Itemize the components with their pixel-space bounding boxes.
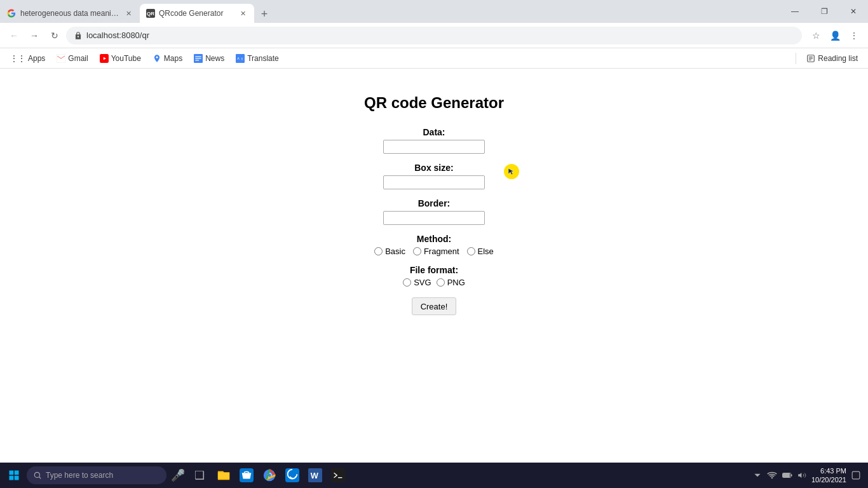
taskbar-word-button[interactable]: W bbox=[305, 465, 325, 485]
gmail-icon bbox=[57, 54, 65, 63]
start-button[interactable] bbox=[3, 464, 25, 487]
svg-rect-34 bbox=[852, 471, 860, 479]
reading-list-button[interactable]: Reading list bbox=[801, 52, 863, 65]
taskbar-voice-button[interactable]: 🎤 bbox=[168, 465, 188, 485]
lock-icon bbox=[74, 31, 83, 40]
svg-rect-33 bbox=[790, 475, 792, 477]
maps-icon bbox=[153, 54, 161, 63]
bookmark-youtube[interactable]: YouTube bbox=[95, 52, 146, 65]
translate-icon: A文 bbox=[236, 54, 245, 63]
format-svg-radio[interactable] bbox=[403, 278, 411, 287]
file-format-label: File format: bbox=[410, 265, 458, 275]
apps-icon: ⋮⋮ bbox=[10, 54, 25, 63]
method-basic-label: Basic bbox=[385, 247, 405, 256]
format-png-option[interactable]: PNG bbox=[437, 278, 465, 287]
extensions-button[interactable]: ⋮ bbox=[845, 27, 863, 44]
tab1-close-button[interactable]: ✕ bbox=[123, 8, 133, 18]
news-icon bbox=[194, 54, 203, 63]
border-input[interactable] bbox=[383, 211, 485, 225]
method-else-label: Else bbox=[478, 247, 494, 256]
method-basic-option[interactable]: Basic bbox=[374, 247, 405, 256]
format-png-label: PNG bbox=[447, 278, 465, 287]
clock-time: 6:43 PM bbox=[820, 466, 846, 475]
file-format-section: File format: SVG PNG bbox=[374, 265, 494, 297]
taskbar-taskview-button[interactable]: ❑ bbox=[189, 465, 210, 485]
create-button[interactable]: Create! bbox=[412, 297, 456, 315]
network-icon bbox=[767, 471, 777, 480]
new-tab-button[interactable]: + bbox=[255, 5, 273, 23]
taskbar-store-button[interactable] bbox=[236, 465, 257, 485]
reading-list-divider bbox=[796, 53, 796, 64]
data-input[interactable] bbox=[383, 140, 485, 154]
svg-rect-15 bbox=[10, 471, 14, 475]
qr-form: Data: Box size: Border: Method: Basic bbox=[374, 127, 494, 315]
maximize-button[interactable]: ❐ bbox=[810, 0, 839, 23]
taskbar-terminal-button[interactable] bbox=[328, 465, 348, 485]
tab2-close-button[interactable]: ✕ bbox=[238, 8, 248, 18]
taskbar-edge-button[interactable] bbox=[282, 465, 302, 485]
taskbar-explorer-button[interactable] bbox=[214, 465, 234, 485]
profile-button[interactable]: 👤 bbox=[826, 27, 844, 44]
minimize-button[interactable]: — bbox=[780, 0, 810, 23]
taskbar-pinned-apps: W bbox=[214, 465, 348, 485]
svg-rect-18 bbox=[15, 476, 19, 480]
word-icon: W bbox=[308, 468, 322, 482]
bookmark-translate[interactable]: A文 Translate bbox=[231, 52, 284, 65]
method-fragment-option[interactable]: Fragment bbox=[413, 247, 459, 256]
youtube-icon bbox=[100, 54, 109, 63]
method-label: Method: bbox=[417, 234, 451, 244]
clock-date: 10/20/2021 bbox=[811, 475, 846, 484]
data-section: Data: bbox=[374, 127, 494, 163]
box-size-input[interactable] bbox=[383, 175, 485, 189]
border-label: Border: bbox=[418, 198, 451, 208]
taskbar-clock[interactable]: 6:43 PM 10/20/2021 bbox=[811, 466, 846, 485]
method-fragment-radio[interactable] bbox=[413, 247, 421, 255]
bookmark-maps[interactable]: Maps bbox=[147, 52, 187, 65]
reload-button[interactable]: ↻ bbox=[46, 27, 64, 44]
tab-heterogeneous[interactable]: heterogeneous data meaning - C ✕ bbox=[0, 4, 140, 23]
file-format-radio-group: SVG PNG bbox=[403, 278, 465, 287]
border-section: Border: bbox=[374, 198, 494, 234]
bookmarks-bar: ⋮⋮ Apps Gmail YouTube Maps News A文 Trans… bbox=[0, 48, 868, 69]
store-icon bbox=[240, 468, 254, 482]
bookmark-news[interactable]: News bbox=[189, 52, 229, 65]
taskbar-chrome-button[interactable] bbox=[259, 465, 280, 485]
bookmark-gmail[interactable]: Gmail bbox=[51, 52, 93, 65]
taskbar-search-icon bbox=[33, 471, 42, 480]
box-size-label: Box size: bbox=[414, 163, 453, 173]
svg-rect-5 bbox=[196, 56, 201, 57]
cursor-indicator bbox=[504, 164, 519, 179]
forward-button[interactable]: → bbox=[25, 27, 43, 44]
battery-icon bbox=[782, 471, 792, 480]
file-explorer-icon bbox=[217, 468, 231, 482]
nav-right-icons: ☆ 👤 ⋮ bbox=[807, 27, 863, 44]
windows-logo-icon bbox=[8, 470, 20, 481]
taskbar-search[interactable]: Type here to search bbox=[27, 466, 166, 484]
back-button[interactable]: ← bbox=[5, 27, 23, 44]
tab-qrcode[interactable]: QR QRcode Generator ✕ bbox=[140, 4, 254, 23]
reading-list-label: Reading list bbox=[818, 54, 858, 63]
bookmark-maps-label: Maps bbox=[164, 54, 182, 63]
method-else-radio[interactable] bbox=[467, 247, 475, 255]
tab2-title: QRcode Generator bbox=[159, 9, 234, 18]
data-label: Data: bbox=[423, 127, 445, 137]
bookmark-translate-label: Translate bbox=[247, 54, 279, 63]
method-basic-radio[interactable] bbox=[374, 247, 383, 255]
address-bar[interactable]: localhost:8080/qr bbox=[66, 27, 802, 44]
svg-rect-6 bbox=[196, 58, 201, 58]
format-svg-option[interactable]: SVG bbox=[403, 278, 431, 287]
window-controls: — ❐ ✕ bbox=[780, 0, 868, 23]
taskbar-system-tray: 6:43 PM 10/20/2021 bbox=[753, 466, 865, 485]
format-png-radio[interactable] bbox=[437, 278, 445, 287]
close-button[interactable]: ✕ bbox=[839, 0, 868, 23]
bookmark-star-button[interactable]: ☆ bbox=[807, 27, 825, 44]
method-else-option[interactable]: Else bbox=[467, 247, 494, 256]
navigation-bar: ← → ↻ localhost:8080/qr ☆ 👤 ⋮ bbox=[0, 23, 868, 48]
method-radio-group: Basic Fragment Else bbox=[374, 247, 494, 256]
bookmark-gmail-label: Gmail bbox=[68, 54, 88, 63]
edge-icon bbox=[285, 468, 299, 482]
bookmark-apps[interactable]: ⋮⋮ Apps bbox=[5, 52, 50, 65]
url-text: localhost:8080/qr bbox=[86, 30, 794, 40]
tab1-favicon bbox=[6, 8, 17, 18]
box-size-section: Box size: bbox=[374, 163, 494, 198]
